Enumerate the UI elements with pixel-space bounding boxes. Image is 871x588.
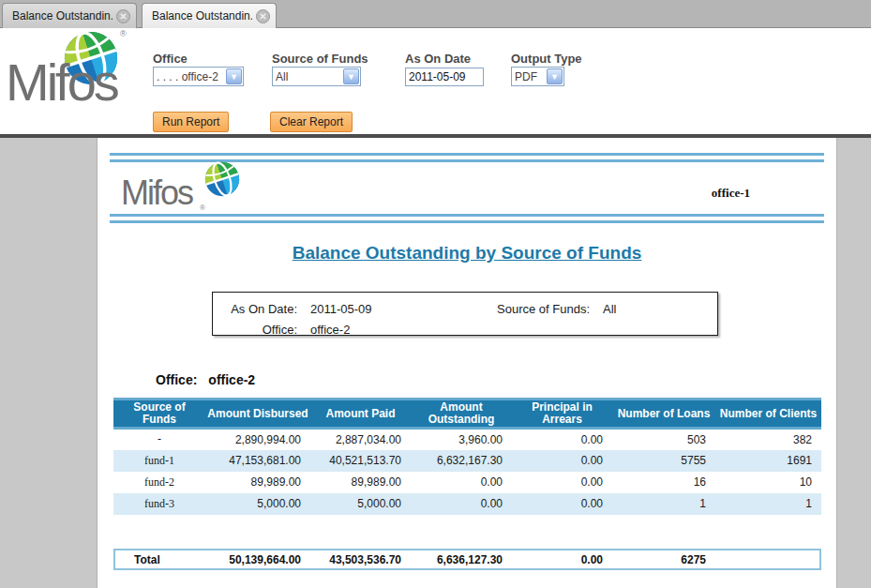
balance-table: Source of FundsAmount DisbursedAmount Pa… [113,398,821,515]
tab-label: Balance Outstandin.. [12,9,113,23]
tab-balance-outstanding-2[interactable]: Balance Outstandin.. ✕ [142,3,277,28]
office-select[interactable]: . . . . office-2 ▼ [153,67,244,86]
param-office-value: office-2 [297,323,475,337]
report-page: Mifos ® office-1 Balance Outstanding by … [97,138,837,588]
mid-rule-1 [110,214,824,217]
column-header: Amount Paid [310,400,411,429]
value-cell: 6,632,167.30 [411,450,512,472]
column-header: Amount Disbursed [205,400,310,429]
value-cell: 47,153,681.00 [205,450,310,472]
mifos-logo-text: Mifos [6,52,117,113]
fund-name-cell: fund-1 [113,450,205,472]
value-cell: 0.00 [512,450,612,472]
column-header: Number of Clients [715,400,821,429]
value-cell: 10 [715,472,821,493]
output-type-select-value: PDF [512,70,546,83]
value-cell: 0.00 [512,429,612,450]
value-cell: 2,890,994.00 [205,429,310,450]
registered-mark: ® [200,204,205,212]
app-window: Balance Outstandin.. ✕ Balance Outstandi… [0,0,871,588]
value-cell: 0.00 [411,493,512,515]
column-header: Amount Outstanding [411,400,512,429]
value-cell: 16 [612,472,715,493]
value-cell: 503 [612,429,715,450]
total-value-cell [715,550,819,568]
fund-name-cell: fund-2 [113,472,205,493]
tab-balance-outstanding-1[interactable]: Balance Outstandin.. ✕ [2,3,137,28]
report-parameter-toolbar: ® Mifos Office . . . . office-2 ▼ Source… [0,29,871,134]
report-parameters-box: As On Date: 2011-05-09 Source of Funds: … [212,292,718,336]
source-of-funds-select[interactable]: All ▼ [272,67,361,86]
top-rule-1 [110,153,824,156]
value-cell: 5755 [612,450,715,472]
total-row: Total50,139,664.0043,503,536.706,636,127… [113,549,821,570]
table-row: fund-289,989.0089,989.000.000.001610 [113,472,821,493]
value-cell: 2,887,034.00 [310,429,411,450]
total-value-cell: 43,503,536.70 [310,550,411,568]
registered-mark: ® [120,29,127,38]
value-cell: 1 [612,493,715,515]
column-header: Source of Funds [113,400,205,429]
total-label-cell: Total [115,550,205,568]
value-cell: 89,989.00 [205,472,310,493]
table-row: fund-147,153,681.0040,521,513.706,632,16… [113,450,821,472]
value-cell: 3,960.00 [411,429,512,450]
total-value-cell: 0.00 [512,550,612,568]
value-cell: 5,000.00 [310,493,411,515]
tab-label: Balance Outstandin.. [152,9,252,23]
value-cell: 89,989.00 [310,472,411,493]
report-office-header: office-1 [712,186,750,201]
chevron-down-icon: ▼ [343,68,359,84]
fund-name-cell: fund-3 [113,493,205,515]
report-viewport: Mifos ® office-1 Balance Outstanding by … [0,138,871,588]
source-of-funds-label: Source of Funds [272,52,368,66]
param-source-of-funds-value: All [590,302,717,316]
fund-name-cell: - [113,429,205,450]
value-cell: 1691 [715,450,821,472]
section-office-label: Office: [156,372,197,387]
as-on-date-label: As On Date [405,52,471,66]
report-mifos-logo-text: Mifos [121,173,192,213]
param-source-of-funds-label: Source of Funds: [475,302,590,316]
report-title: Balance Outstanding by Source of Funds [98,243,836,264]
globe-icon [203,160,241,198]
total-value-cell: 6275 [612,550,715,568]
total-value-cell: 50,139,664.00 [205,550,310,568]
output-type-select[interactable]: PDF ▼ [511,67,564,86]
value-cell: 0.00 [512,493,612,515]
report-mifos-logo: Mifos ® [121,160,262,215]
param-office-label: Office: [213,323,297,337]
office-select-value: . . . . office-2 [154,70,225,83]
section-office-heading: Office:office-2 [156,372,255,387]
column-header: Number of Loans [612,400,715,429]
chevron-down-icon: ▼ [547,68,563,84]
browser-tab-bar: Balance Outstandin.. ✕ Balance Outstandi… [0,0,871,28]
run-report-button[interactable]: Run Report [153,112,229,132]
column-header: Principal in Arrears [512,400,612,429]
value-cell: 1 [715,493,821,515]
value-cell: 0.00 [512,472,612,493]
mid-rule-2 [110,220,824,223]
as-on-date-input[interactable] [405,68,484,86]
output-type-label: Output Type [511,52,582,66]
param-as-on-date-label: As On Date: [213,302,297,316]
office-label: Office [153,52,188,66]
source-of-funds-select-value: All [273,70,342,83]
total-row-cells: Total50,139,664.0043,503,536.706,636,127… [115,550,819,568]
table-row: fund-35,000.005,000.000.000.0011 [113,493,821,515]
close-icon[interactable]: ✕ [116,9,130,23]
total-value-cell: 6,636,127.30 [411,550,512,568]
chevron-down-icon: ▼ [226,68,242,84]
param-as-on-date-value: 2011-05-09 [297,302,475,316]
table-row: -2,890,994.002,887,034.003,960.000.00503… [113,429,821,450]
clear-report-button[interactable]: Clear Report [270,112,353,132]
value-cell: 0.00 [411,472,512,493]
value-cell: 382 [715,429,821,450]
table-header-row: Source of FundsAmount DisbursedAmount Pa… [113,400,821,429]
close-icon[interactable]: ✕ [256,9,270,23]
section-office-value: office-2 [208,372,255,387]
value-cell: 5,000.00 [205,493,310,515]
mifos-logo: ® Mifos [6,29,156,134]
value-cell: 40,521,513.70 [310,450,411,472]
